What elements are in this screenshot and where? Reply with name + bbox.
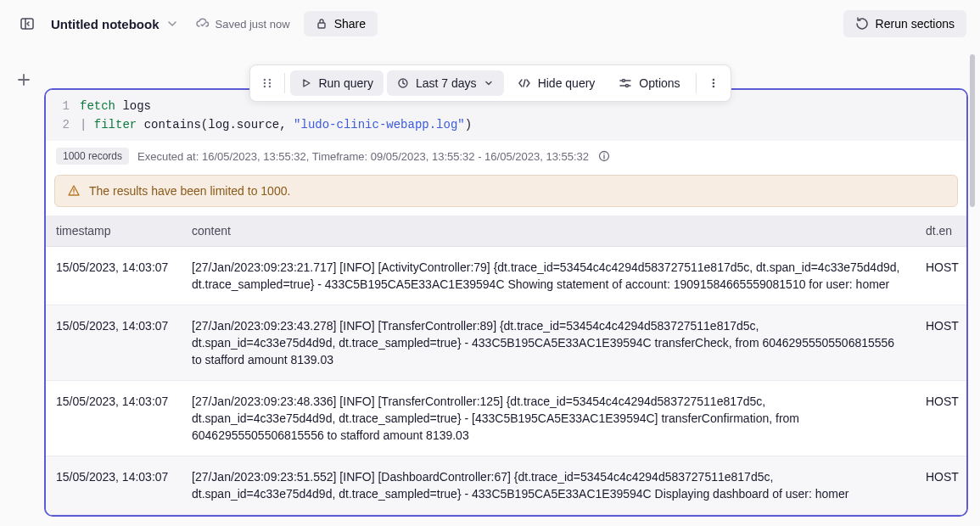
svg-point-18: [712, 79, 714, 81]
rerun-button[interactable]: Rerun sections: [843, 10, 966, 37]
cell-timestamp: 15/05/2023, 14:03:07: [46, 381, 182, 456]
chevron-down-icon: [484, 78, 494, 88]
column-header-timestamp[interactable]: timestamp: [46, 215, 182, 247]
drag-handle-icon[interactable]: [255, 71, 278, 95]
svg-point-7: [263, 82, 265, 84]
lock-icon: [316, 18, 328, 30]
hide-query-button[interactable]: Hide query: [507, 70, 606, 96]
svg-point-20: [712, 86, 714, 88]
svg-point-6: [268, 79, 270, 81]
results-table-wrapper: timestamp content dt.en 15/05/2023, 14:0…: [46, 215, 966, 515]
query-meta-row: 1000 records Executed at: 16/05/2023, 13…: [46, 141, 966, 171]
query-toolbar: Run query Last 7 days Hide query Options: [249, 64, 731, 102]
column-header-content[interactable]: content: [182, 215, 916, 247]
svg-point-23: [603, 153, 604, 154]
svg-point-5: [263, 79, 265, 81]
chevron-down-icon: [166, 18, 178, 30]
svg-point-8: [268, 82, 270, 84]
timeframe-button[interactable]: Last 7 days: [387, 70, 504, 96]
cell-content: [27/Jan/2023:09:23:48.336] [INFO] [Trans…: [182, 381, 916, 456]
cloud-check-icon: [195, 16, 210, 31]
svg-point-26: [73, 193, 74, 193]
table-row[interactable]: 15/05/2023, 14:03:07[27/Jan/2023:09:23:4…: [46, 381, 966, 456]
column-header-dt[interactable]: dt.en: [916, 215, 966, 247]
title-group[interactable]: Untitled notebook: [51, 17, 178, 31]
cell-content: [27/Jan/2023:09:23:51.552] [INFO] [Dashb…: [182, 456, 916, 515]
svg-point-10: [268, 86, 270, 87]
svg-point-16: [623, 80, 625, 82]
refresh-icon: [855, 17, 869, 31]
options-button[interactable]: Options: [608, 70, 690, 96]
sliders-icon: [619, 76, 632, 90]
rerun-label: Rerun sections: [876, 17, 955, 31]
add-section-button[interactable]: [12, 68, 36, 92]
table-row[interactable]: 15/05/2023, 14:03:07[27/Jan/2023:09:23:5…: [46, 456, 966, 515]
run-query-label: Run query: [318, 76, 373, 90]
warning-banner: The results have been limited to 1000.: [54, 175, 958, 207]
line-number: 1: [46, 97, 80, 115]
table-row[interactable]: 15/05/2023, 14:03:07[27/Jan/2023:09:23:2…: [46, 247, 966, 305]
svg-point-19: [712, 82, 714, 85]
cell-timestamp: 15/05/2023, 14:03:07: [46, 247, 182, 305]
cell-dt: HOST: [916, 456, 966, 515]
svg-point-9: [263, 86, 265, 87]
timeframe-label: Last 7 days: [416, 76, 477, 90]
scrollbar-track[interactable]: [970, 54, 975, 523]
query-card: 1 fetch logs 2 | filter contains(log.sou…: [44, 88, 968, 517]
sidebar-toggle-button[interactable]: [14, 10, 41, 37]
line-number: 2: [46, 115, 80, 134]
saved-status: Saved just now: [195, 16, 290, 31]
divider: [283, 73, 284, 93]
notebook-title: Untitled notebook: [51, 17, 160, 31]
hide-query-label: Hide query: [538, 76, 596, 90]
svg-marker-11: [303, 80, 309, 87]
results-table: timestamp content dt.en 15/05/2023, 14:0…: [46, 215, 966, 515]
share-button[interactable]: Share: [304, 11, 378, 36]
clock-icon: [397, 77, 409, 89]
code-icon: [518, 76, 531, 90]
cell-dt: HOST: [916, 247, 966, 305]
run-query-button[interactable]: Run query: [289, 70, 384, 96]
executed-info: Executed at: 16/05/2023, 13:55:32, Timef…: [137, 150, 589, 163]
svg-point-17: [626, 85, 629, 87]
warning-text: The results have been limited to 1000.: [89, 184, 290, 198]
options-label: Options: [639, 76, 680, 90]
cell-dt: HOST: [916, 381, 966, 456]
divider: [696, 73, 697, 93]
svg-line-13: [524, 80, 525, 87]
more-menu-button[interactable]: [702, 71, 725, 95]
top-bar: Untitled notebook Saved just now Share R…: [0, 0, 980, 48]
play-icon: [300, 77, 311, 89]
query-toolbar-wrapper: Run query Last 7 days Hide query Options: [249, 64, 731, 102]
scrollbar-thumb[interactable]: [970, 54, 975, 207]
cell-timestamp: 15/05/2023, 14:03:07: [46, 305, 182, 381]
warning-icon: [67, 184, 81, 198]
table-row[interactable]: 15/05/2023, 14:03:07[27/Jan/2023:09:23:4…: [46, 305, 966, 381]
share-label: Share: [334, 17, 366, 31]
cell-content: [27/Jan/2023:09:23:21.717] [INFO] [Activ…: [182, 247, 916, 305]
cell-content: [27/Jan/2023:09:23:43.278] [INFO] [Trans…: [182, 305, 916, 381]
saved-status-text: Saved just now: [216, 18, 290, 31]
svg-rect-2: [318, 23, 325, 28]
cell-timestamp: 15/05/2023, 14:03:07: [46, 456, 182, 515]
records-badge: 1000 records: [56, 148, 129, 165]
cell-dt: HOST: [916, 305, 966, 381]
info-icon[interactable]: [597, 149, 611, 163]
